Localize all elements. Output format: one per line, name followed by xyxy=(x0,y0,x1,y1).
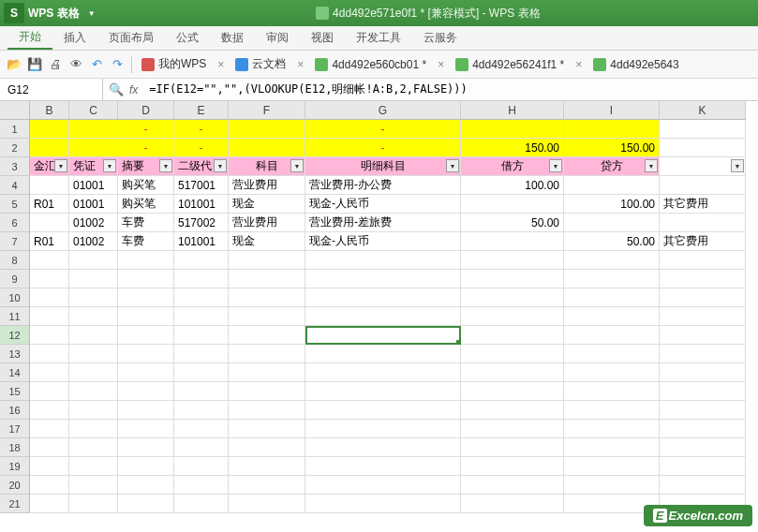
doc-tab[interactable]: 4dd492e56241f1 * xyxy=(452,58,568,71)
col-header[interactable]: E xyxy=(174,101,229,120)
cell[interactable] xyxy=(30,438,69,457)
cell[interactable] xyxy=(564,307,660,326)
cell[interactable] xyxy=(69,476,118,495)
cell[interactable] xyxy=(69,363,118,382)
cell[interactable]: 金汇▼ xyxy=(30,157,69,176)
close-icon[interactable]: × xyxy=(293,58,307,71)
cell[interactable] xyxy=(305,495,461,513)
cell[interactable]: - xyxy=(174,120,229,139)
cell[interactable]: 517002 xyxy=(174,214,229,232)
select-all-corner[interactable] xyxy=(0,101,30,120)
cell[interactable] xyxy=(305,401,461,420)
cell[interactable] xyxy=(229,251,305,270)
row-header[interactable]: 2 xyxy=(0,139,30,157)
cell[interactable] xyxy=(461,120,564,139)
doc-tab[interactable]: 4dd492e5643 xyxy=(589,58,682,71)
cell[interactable] xyxy=(461,363,564,382)
cell[interactable] xyxy=(30,326,69,345)
cell[interactable]: 购买笔 xyxy=(118,176,174,195)
redo-icon[interactable]: ↷ xyxy=(109,56,126,73)
cell[interactable] xyxy=(229,288,305,307)
cell[interactable] xyxy=(118,307,174,326)
cell[interactable] xyxy=(461,288,564,307)
menu-insert[interactable]: 插入 xyxy=(52,26,97,50)
cell[interactable] xyxy=(118,270,174,288)
filter-icon[interactable]: ▼ xyxy=(54,159,67,172)
cell[interactable] xyxy=(461,326,564,345)
cell[interactable] xyxy=(660,382,746,401)
cell[interactable] xyxy=(229,476,305,495)
cell[interactable] xyxy=(30,251,69,270)
close-icon[interactable]: × xyxy=(572,58,586,71)
menu-formula[interactable]: 公式 xyxy=(165,26,210,50)
cell[interactable] xyxy=(461,307,564,326)
cell[interactable] xyxy=(660,251,746,270)
cell[interactable] xyxy=(461,270,564,288)
row-header[interactable]: 5 xyxy=(0,195,30,214)
cell[interactable] xyxy=(118,457,174,476)
col-header[interactable]: B xyxy=(30,101,69,120)
filter-icon[interactable]: ▼ xyxy=(549,159,562,172)
cell[interactable] xyxy=(229,382,305,401)
cell[interactable] xyxy=(564,270,660,288)
cell[interactable] xyxy=(660,307,746,326)
cell[interactable]: 摘要▼ xyxy=(118,157,174,176)
cell[interactable] xyxy=(461,232,564,251)
my-wps-tab[interactable]: 我的WPS xyxy=(138,56,210,72)
cell[interactable] xyxy=(564,401,660,420)
filter-icon[interactable]: ▼ xyxy=(645,159,658,172)
cell[interactable] xyxy=(461,382,564,401)
cell[interactable]: 其它费用 xyxy=(660,232,746,251)
row-header[interactable]: 20 xyxy=(0,476,30,495)
cell[interactable] xyxy=(118,382,174,401)
menu-cloud[interactable]: 云服务 xyxy=(412,26,468,50)
cell[interactable] xyxy=(229,363,305,382)
cell[interactable] xyxy=(305,288,461,307)
save-icon[interactable]: 💾 xyxy=(26,56,43,73)
cell[interactable] xyxy=(229,326,305,345)
row-header[interactable]: 13 xyxy=(0,345,30,363)
row-header[interactable]: 11 xyxy=(0,307,30,326)
cell[interactable] xyxy=(174,326,229,345)
cell[interactable]: 517001 xyxy=(174,176,229,195)
fx-label[interactable]: fx xyxy=(129,83,138,96)
col-header[interactable]: I xyxy=(564,101,660,120)
active-cell[interactable] xyxy=(305,326,461,345)
row-header[interactable]: 18 xyxy=(0,438,30,457)
cell[interactable]: 凭证▼ xyxy=(69,157,118,176)
cell[interactable] xyxy=(229,307,305,326)
row-header[interactable]: 4 xyxy=(0,176,30,195)
cell[interactable]: - xyxy=(305,120,461,139)
cell[interactable] xyxy=(30,214,69,232)
cell[interactable] xyxy=(660,288,746,307)
cell[interactable]: R01 xyxy=(30,195,69,214)
cell[interactable] xyxy=(174,307,229,326)
cell[interactable]: 01002 xyxy=(69,214,118,232)
cell[interactable] xyxy=(461,251,564,270)
cell[interactable] xyxy=(461,495,564,513)
menu-data[interactable]: 数据 xyxy=(210,26,255,50)
cell[interactable]: 01001 xyxy=(69,195,118,214)
cell[interactable]: - xyxy=(118,139,174,157)
cell[interactable] xyxy=(660,345,746,363)
cell[interactable] xyxy=(69,251,118,270)
cell[interactable] xyxy=(229,495,305,513)
preview-icon[interactable]: 👁 xyxy=(67,56,84,73)
cell[interactable] xyxy=(30,476,69,495)
cell[interactable] xyxy=(69,326,118,345)
filter-icon[interactable]: ▼ xyxy=(103,159,116,172)
cell[interactable] xyxy=(229,270,305,288)
cell[interactable]: 150.00 xyxy=(461,139,564,157)
cell[interactable] xyxy=(305,270,461,288)
cell[interactable] xyxy=(660,214,746,232)
cell[interactable] xyxy=(174,382,229,401)
cell[interactable] xyxy=(660,270,746,288)
cell[interactable]: 二级代▼ xyxy=(174,157,229,176)
cell[interactable] xyxy=(118,476,174,495)
name-box[interactable]: G12 xyxy=(0,79,103,100)
cell[interactable] xyxy=(229,438,305,457)
cell[interactable] xyxy=(118,288,174,307)
cell[interactable] xyxy=(118,251,174,270)
cell[interactable] xyxy=(69,345,118,363)
cell[interactable] xyxy=(305,251,461,270)
